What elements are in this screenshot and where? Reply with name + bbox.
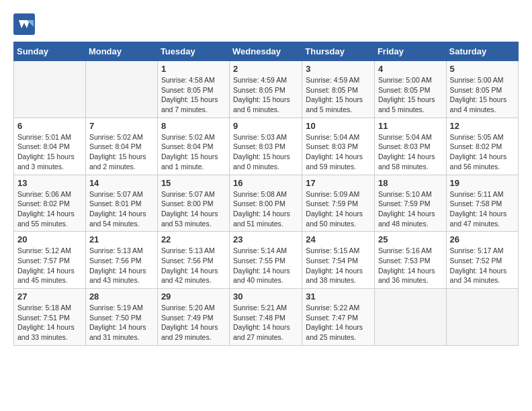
- calendar-cell: 7Sunrise: 5:02 AM Sunset: 8:04 PM Daylig…: [85, 118, 157, 175]
- day-number: 10: [306, 121, 371, 131]
- calendar-cell: 24Sunrise: 5:15 AM Sunset: 7:54 PM Dayli…: [302, 232, 375, 289]
- calendar-cell: 9Sunrise: 5:03 AM Sunset: 8:03 PM Daylig…: [230, 118, 302, 175]
- day-info: Sunrise: 5:17 AM Sunset: 7:52 PM Dayligh…: [450, 246, 515, 285]
- day-number: 18: [378, 178, 443, 188]
- day-info: Sunrise: 5:20 AM Sunset: 7:49 PM Dayligh…: [161, 303, 226, 342]
- day-number: 6: [17, 121, 82, 131]
- day-info: Sunrise: 5:18 AM Sunset: 7:51 PM Dayligh…: [17, 303, 82, 342]
- calendar-cell: 21Sunrise: 5:13 AM Sunset: 7:56 PM Dayli…: [85, 232, 157, 289]
- calendar-cell: 29Sunrise: 5:20 AM Sunset: 7:49 PM Dayli…: [157, 289, 229, 346]
- calendar-cell: 18Sunrise: 5:10 AM Sunset: 7:59 PM Dayli…: [374, 175, 446, 232]
- calendar-cell: 11Sunrise: 5:04 AM Sunset: 8:03 PM Dayli…: [374, 118, 446, 175]
- day-number: 28: [89, 291, 154, 302]
- calendar-cell: 8Sunrise: 5:02 AM Sunset: 8:04 PM Daylig…: [157, 118, 229, 175]
- day-number: 20: [17, 234, 82, 244]
- day-info: Sunrise: 5:22 AM Sunset: 7:47 PM Dayligh…: [306, 303, 371, 342]
- day-number: 13: [17, 178, 82, 188]
- weekday-header-friday: Friday: [374, 42, 446, 61]
- page-header: [13, 13, 519, 35]
- day-info: Sunrise: 5:10 AM Sunset: 7:59 PM Dayligh…: [378, 189, 443, 229]
- day-info: Sunrise: 4:59 AM Sunset: 8:05 PM Dayligh…: [306, 75, 371, 115]
- day-info: Sunrise: 5:13 AM Sunset: 7:56 PM Dayligh…: [161, 246, 226, 285]
- calendar-cell: 12Sunrise: 5:05 AM Sunset: 8:02 PM Dayli…: [446, 118, 518, 175]
- day-number: 8: [161, 121, 226, 131]
- weekday-header-tuesday: Tuesday: [157, 42, 229, 61]
- day-number: 26: [450, 234, 515, 244]
- day-info: Sunrise: 5:07 AM Sunset: 8:01 PM Dayligh…: [89, 189, 154, 229]
- calendar-cell: 22Sunrise: 5:13 AM Sunset: 7:56 PM Dayli…: [157, 232, 229, 289]
- day-number: 16: [233, 178, 298, 188]
- day-info: Sunrise: 5:00 AM Sunset: 8:05 PM Dayligh…: [450, 75, 515, 115]
- calendar-cell: 1Sunrise: 4:58 AM Sunset: 8:05 PM Daylig…: [157, 61, 229, 118]
- calendar-week-3: 13Sunrise: 5:06 AM Sunset: 8:02 PM Dayli…: [14, 175, 519, 232]
- day-info: Sunrise: 5:13 AM Sunset: 7:56 PM Dayligh…: [89, 246, 154, 285]
- weekday-header-wednesday: Wednesday: [230, 42, 302, 61]
- calendar-cell: 17Sunrise: 5:09 AM Sunset: 7:59 PM Dayli…: [302, 175, 375, 232]
- day-number: 7: [89, 121, 154, 131]
- calendar-cell: 30Sunrise: 5:21 AM Sunset: 7:48 PM Dayli…: [230, 289, 302, 346]
- calendar-cell: 26Sunrise: 5:17 AM Sunset: 7:52 PM Dayli…: [446, 232, 518, 289]
- day-number: 19: [450, 178, 515, 188]
- weekday-header-thursday: Thursday: [302, 42, 375, 61]
- calendar-cell: 20Sunrise: 5:12 AM Sunset: 7:57 PM Dayli…: [14, 232, 86, 289]
- calendar-cell: 5Sunrise: 5:00 AM Sunset: 8:05 PM Daylig…: [446, 61, 518, 118]
- day-number: 21: [89, 234, 154, 244]
- day-info: Sunrise: 5:01 AM Sunset: 8:04 PM Dayligh…: [17, 132, 82, 172]
- calendar-table: SundayMondayTuesdayWednesdayThursdayFrid…: [13, 42, 519, 346]
- weekday-header-sunday: Sunday: [14, 42, 86, 61]
- day-info: Sunrise: 5:07 AM Sunset: 8:00 PM Dayligh…: [161, 189, 226, 229]
- weekday-header-saturday: Saturday: [446, 42, 518, 61]
- day-number: 25: [378, 234, 443, 244]
- day-number: 4: [378, 64, 443, 74]
- day-info: Sunrise: 5:05 AM Sunset: 8:02 PM Dayligh…: [450, 132, 515, 172]
- day-info: Sunrise: 5:12 AM Sunset: 7:57 PM Dayligh…: [17, 246, 82, 285]
- day-info: Sunrise: 5:04 AM Sunset: 8:03 PM Dayligh…: [378, 132, 443, 172]
- day-number: 30: [233, 291, 298, 302]
- calendar-cell: 16Sunrise: 5:08 AM Sunset: 8:00 PM Dayli…: [230, 175, 302, 232]
- day-number: 29: [161, 291, 226, 302]
- calendar-cell: 6Sunrise: 5:01 AM Sunset: 8:04 PM Daylig…: [14, 118, 86, 175]
- day-info: Sunrise: 5:14 AM Sunset: 7:55 PM Dayligh…: [233, 246, 298, 285]
- day-number: 17: [306, 178, 371, 188]
- day-number: 11: [378, 121, 443, 131]
- day-info: Sunrise: 4:58 AM Sunset: 8:05 PM Dayligh…: [161, 75, 226, 115]
- calendar-cell: 23Sunrise: 5:14 AM Sunset: 7:55 PM Dayli…: [230, 232, 302, 289]
- weekday-header-monday: Monday: [85, 42, 157, 61]
- day-number: 12: [450, 121, 515, 131]
- day-info: Sunrise: 4:59 AM Sunset: 8:05 PM Dayligh…: [233, 75, 298, 115]
- day-number: 23: [233, 234, 298, 244]
- calendar-cell: 28Sunrise: 5:19 AM Sunset: 7:50 PM Dayli…: [85, 289, 157, 346]
- calendar-cell: [85, 61, 157, 118]
- logo-icon: [13, 13, 35, 35]
- calendar-cell: 19Sunrise: 5:11 AM Sunset: 7:58 PM Dayli…: [446, 175, 518, 232]
- day-number: 9: [233, 121, 298, 131]
- day-number: 2: [233, 64, 298, 74]
- day-info: Sunrise: 5:19 AM Sunset: 7:50 PM Dayligh…: [89, 303, 154, 342]
- day-info: Sunrise: 5:06 AM Sunset: 8:02 PM Dayligh…: [17, 189, 82, 229]
- calendar-week-2: 6Sunrise: 5:01 AM Sunset: 8:04 PM Daylig…: [14, 118, 519, 175]
- day-number: 27: [17, 291, 82, 302]
- calendar-cell: 31Sunrise: 5:22 AM Sunset: 7:47 PM Dayli…: [302, 289, 375, 346]
- day-number: 31: [306, 291, 371, 302]
- calendar-cell: 13Sunrise: 5:06 AM Sunset: 8:02 PM Dayli…: [14, 175, 86, 232]
- day-info: Sunrise: 5:02 AM Sunset: 8:04 PM Dayligh…: [89, 132, 154, 172]
- day-info: Sunrise: 5:09 AM Sunset: 7:59 PM Dayligh…: [306, 189, 371, 229]
- day-info: Sunrise: 5:15 AM Sunset: 7:54 PM Dayligh…: [306, 246, 371, 285]
- calendar-cell: 15Sunrise: 5:07 AM Sunset: 8:00 PM Dayli…: [157, 175, 229, 232]
- calendar-week-1: 1Sunrise: 4:58 AM Sunset: 8:05 PM Daylig…: [14, 61, 519, 118]
- calendar-cell: 3Sunrise: 4:59 AM Sunset: 8:05 PM Daylig…: [302, 61, 375, 118]
- day-info: Sunrise: 5:03 AM Sunset: 8:03 PM Dayligh…: [233, 132, 298, 172]
- weekday-row: SundayMondayTuesdayWednesdayThursdayFrid…: [14, 42, 519, 61]
- calendar-cell: 2Sunrise: 4:59 AM Sunset: 8:05 PM Daylig…: [230, 61, 302, 118]
- day-number: 24: [306, 234, 371, 244]
- day-number: 3: [306, 64, 371, 74]
- day-info: Sunrise: 5:08 AM Sunset: 8:00 PM Dayligh…: [233, 189, 298, 229]
- calendar-week-5: 27Sunrise: 5:18 AM Sunset: 7:51 PM Dayli…: [14, 289, 519, 346]
- calendar-cell: 10Sunrise: 5:04 AM Sunset: 8:03 PM Dayli…: [302, 118, 375, 175]
- day-number: 5: [450, 64, 515, 74]
- day-info: Sunrise: 5:21 AM Sunset: 7:48 PM Dayligh…: [233, 303, 298, 342]
- calendar-cell: 4Sunrise: 5:00 AM Sunset: 8:05 PM Daylig…: [374, 61, 446, 118]
- calendar-cell: [14, 61, 86, 118]
- day-number: 14: [89, 178, 154, 188]
- logo: [13, 13, 38, 35]
